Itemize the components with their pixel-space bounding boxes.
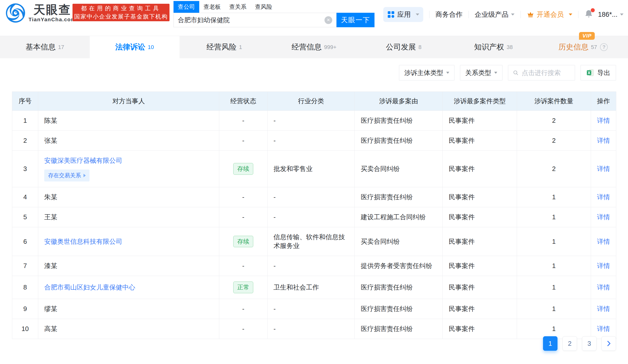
cell-case-count: 1 xyxy=(517,187,591,207)
next-page-button[interactable] xyxy=(602,336,616,351)
cell-industry: - xyxy=(268,187,355,207)
relation-type-dropdown[interactable]: 关系类型 xyxy=(460,65,502,80)
table-row: 2张某--医疗损害责任纠纷民事案件2详情 xyxy=(12,131,616,151)
promo-banner[interactable]: 都在用的商业查询工具 国家中小企业发展子基金旗下机构 xyxy=(72,4,170,21)
cell-case-type: 民事案件 xyxy=(443,227,517,256)
cell-industry: - xyxy=(268,319,355,339)
table-search-input[interactable] xyxy=(522,69,570,77)
party-name-link[interactable]: 安徽深美医疗器械有限公司 xyxy=(44,157,122,164)
cell-status: - xyxy=(219,111,268,131)
banner-line1: 都在用的商业查询工具 xyxy=(81,4,161,12)
cell-party: 朱某 xyxy=(38,187,219,207)
tab-legal-litigation[interactable]: 法律诉讼10 xyxy=(90,36,180,58)
open-membership-button[interactable]: 开通会员 xyxy=(527,10,572,19)
page-button-3[interactable]: 3 xyxy=(582,336,596,351)
search-tab-relation[interactable]: 查关系 xyxy=(225,1,251,13)
cell-index: 9 xyxy=(12,299,38,319)
cell-action: 详情 xyxy=(591,256,616,276)
detail-link[interactable]: 详情 xyxy=(597,193,610,201)
detail-link[interactable]: 详情 xyxy=(597,305,610,312)
tab-intellectual-property[interactable]: 知识产权38 xyxy=(448,36,538,58)
nav-enterprise-products[interactable]: 企业级产品 xyxy=(475,10,514,19)
table-row: 4朱某--医疗损害责任纠纷民事案件1详情 xyxy=(12,187,616,207)
cell-party: 陈某 xyxy=(38,111,219,131)
cell-index: 6 xyxy=(12,227,38,256)
apps-grid-icon xyxy=(387,11,395,18)
arrow-right-icon xyxy=(84,174,86,177)
cell-case-type: 民事案件 xyxy=(443,256,517,276)
page-button-2[interactable]: 2 xyxy=(562,336,577,351)
cell-index: 7 xyxy=(12,256,38,276)
cell-industry: 批发和零售业 xyxy=(268,151,355,187)
apps-menu[interactable]: 应用 xyxy=(383,7,423,22)
detail-link[interactable]: 详情 xyxy=(597,137,610,144)
cell-case-type: 民事案件 xyxy=(443,131,517,151)
cell-party: 张某 xyxy=(38,131,219,151)
search-tab-company[interactable]: 查公司 xyxy=(174,1,199,13)
search-input-wrap: × xyxy=(174,13,336,27)
nav-business-cooperation[interactable]: 商务合作 xyxy=(436,10,462,19)
party-name-link[interactable]: 安徽奥世信息科技有限公司 xyxy=(44,238,122,245)
apps-label: 应用 xyxy=(397,10,411,19)
chevron-down-icon xyxy=(511,14,514,16)
detail-link[interactable]: 详情 xyxy=(597,165,610,172)
divider xyxy=(429,11,430,18)
table-search-box[interactable] xyxy=(508,65,575,80)
cell-party: 安徽奥世信息科技有限公司 xyxy=(38,227,219,256)
chevron-down-icon xyxy=(494,72,497,74)
export-button[interactable]: 导出 xyxy=(580,65,616,80)
litigant-type-dropdown[interactable]: 涉诉主体类型 xyxy=(399,65,454,80)
cell-action: 详情 xyxy=(591,319,616,339)
tab-basic-info[interactable]: 基本信息17 xyxy=(0,36,90,58)
cell-party: 漆某 xyxy=(38,256,219,276)
top-header: 天眼查 TianYanCha.com 都在用的商业查询工具 国家中小企业发展子基… xyxy=(0,0,628,28)
tab-company-development[interactable]: 公司发展8 xyxy=(359,36,448,58)
table-row: 10高某--医疗损害责任纠纷民事案件1详情 xyxy=(12,319,616,339)
detail-link[interactable]: 详情 xyxy=(597,213,610,221)
search-tab-risk[interactable]: 查风险 xyxy=(251,1,276,13)
notification-bell-icon[interactable] xyxy=(584,10,593,20)
cell-action: 详情 xyxy=(591,227,616,256)
search-tab-boss[interactable]: 查老板 xyxy=(199,1,225,13)
cell-status: - xyxy=(219,299,268,319)
cell-status: 正常 xyxy=(219,276,268,299)
detail-link[interactable]: 详情 xyxy=(597,325,610,332)
detail-link[interactable]: 详情 xyxy=(597,117,610,124)
cell-industry: - xyxy=(268,256,355,276)
cell-case-type: 民事案件 xyxy=(443,207,517,227)
detail-link[interactable]: 详情 xyxy=(597,284,610,291)
detail-link[interactable]: 详情 xyxy=(597,238,610,245)
party-name-link[interactable]: 合肥市蜀山区妇女儿童保健中心 xyxy=(44,284,135,291)
cell-cause: 医疗损害责任纠纷 xyxy=(355,276,443,299)
cell-index: 4 xyxy=(12,187,38,207)
table-body: 1陈某--医疗损害责任纠纷民事案件2详情2张某--医疗损害责任纠纷民事案件2详情… xyxy=(12,111,616,339)
logo-swirl-icon xyxy=(6,3,26,23)
cell-case-count: 1 xyxy=(517,256,591,276)
cell-index: 3 xyxy=(12,151,38,187)
table-row: 3安徽深美医疗器械有限公司存在交易关系存续批发和零售业买卖合同纠纷民事案件2详情 xyxy=(12,151,616,187)
tianyancha-logo[interactable]: 天眼查 TianYanCha.com xyxy=(6,3,76,23)
cell-status: 存续 xyxy=(219,151,268,187)
trade-relation-tag[interactable]: 存在交易关系 xyxy=(44,170,90,182)
table-row: 1陈某--医疗损害责任纠纷民事案件2详情 xyxy=(12,111,616,131)
page-button-1[interactable]: 1 xyxy=(543,336,558,351)
cell-cause: 建设工程施工合同纠纷 xyxy=(355,207,443,227)
cell-case-count: 1 xyxy=(517,276,591,299)
cell-index: 10 xyxy=(12,319,38,339)
account-menu[interactable]: 186*... xyxy=(598,11,624,18)
col-header-case-count: 涉诉案件数量 xyxy=(517,92,591,111)
detail-link[interactable]: 详情 xyxy=(597,262,610,270)
clear-search-icon[interactable]: × xyxy=(324,16,332,24)
search-button[interactable]: 天眼一下 xyxy=(336,13,374,27)
search-tabs: 查公司 查老板 查关系 查风险 xyxy=(174,1,374,13)
search-icon xyxy=(513,69,519,76)
search-input[interactable] xyxy=(178,16,324,24)
cell-action: 详情 xyxy=(591,187,616,207)
tab-history-info[interactable]: VIP 历史信息 57 ? xyxy=(538,36,628,58)
tab-operation-risk[interactable]: 经营风险1 xyxy=(180,36,269,58)
help-icon[interactable]: ? xyxy=(600,43,608,51)
logo-text-cn: 天眼查 xyxy=(34,4,71,16)
cell-cause: 买卖合同纠纷 xyxy=(355,227,443,256)
cell-index: 1 xyxy=(12,111,38,131)
tab-operation-info[interactable]: 经营信息999+ xyxy=(269,36,359,58)
